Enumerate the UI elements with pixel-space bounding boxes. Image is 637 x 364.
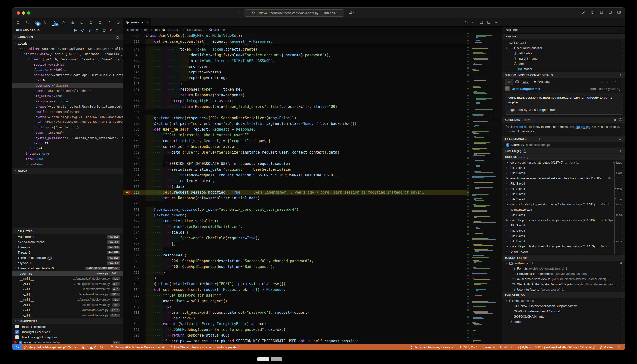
more-actions-icon[interactable]: ⋯: [495, 20, 498, 24]
breakpoint-toggle-row[interactable]: Raised Exceptions: [12, 324, 122, 329]
code-line[interactable]: 584····def set_password(self, request: R…: [123, 287, 502, 292]
explorer-icon[interactable]: [16, 20, 21, 24]
scrollbar[interactable]: [622, 33, 625, 344]
gitlens-icon[interactable]: [98, 20, 102, 24]
gitlens-section-header[interactable]: GITLENS: INSPECT: COMMIT DETAILS ↻: [502, 72, 625, 78]
code-line[interactable]: 550················return Response(data=…: [123, 92, 502, 98]
code-line[interactable]: 571····@extend_schema(: [123, 212, 502, 218]
code-line[interactable]: 549················response["token"] = t…: [123, 86, 502, 92]
command-center[interactable]: ~/dev/authentik/authentik/core/api/users…: [244, 9, 344, 17]
variable-row[interactable]: ›'groups' = <generator object UserSelfSe…: [12, 104, 122, 109]
breakpoints-section-header[interactable]: ∨ BREAKPOINTS: [12, 318, 122, 324]
breakpoint-toggle-row[interactable]: ✓Uncaught Exceptions: [12, 329, 122, 334]
variable-row[interactable]: ›serializer = <authentik.core.api.users.…: [12, 72, 122, 78]
toggle-primary-sidebar-icon[interactable]: [600, 10, 603, 14]
layout-control[interactable]: ∨: [348, 10, 354, 14]
code-line[interactable]: 566············).data: [123, 184, 502, 190]
tools-row[interactable]: ›tools: [502, 319, 625, 324]
todos-folder-row[interactable]: ∨authentik39: [502, 261, 625, 266]
timeline-item[interactable]: ○File Saved: [502, 233, 625, 238]
variable-row[interactable]: ∨Locals: [12, 41, 122, 46]
variable-row[interactable]: instance = None: [12, 151, 122, 156]
variable-row[interactable]: 'pk' = 6: [12, 78, 122, 83]
code-line[interactable]: 593········if user.pk == request.user.pk…: [123, 338, 502, 344]
checkbox[interactable]: ✓: [18, 341, 22, 344]
git-branch[interactable]: lifecycle/fix-debugger-setup*: [22, 346, 73, 349]
breadcrumb-item[interactable]: user_me: [208, 28, 225, 32]
eol[interactable]: LF: [509, 346, 516, 349]
disconnect-icon[interactable]: [110, 28, 113, 32]
code-line[interactable]: 547····················expiring=expiring…: [123, 75, 502, 81]
code-line[interactable]: 570····@permission_required(obj_perm="au…: [123, 207, 502, 212]
code-line[interactable]: 574············fields={: [123, 230, 502, 235]
thread-row[interactable]: ›ThreadPoolExecutor-0_0PAUSED: [12, 255, 122, 260]
ports[interactable]: 0: [98, 346, 108, 349]
outline-section-header[interactable]: OUTLINE: [502, 33, 625, 39]
gear-icon[interactable]: [619, 118, 622, 122]
code-line[interactable]: 541················response["group_pk"] …: [123, 44, 502, 46]
more-icon[interactable]: ⋯: [116, 28, 120, 32]
python-interpreter[interactable]: 3.12.8 ('authentik-xEAhpGPh-py3.12': Poe…: [533, 346, 597, 349]
profile-monitoring-system[interactable]: monitoring-system: [213, 346, 241, 349]
todo-file-row[interactable]: ›TSHorizontalFormElement.ts(web/src/elem…: [502, 271, 625, 276]
extensions-icon[interactable]: [70, 20, 75, 24]
variables-section-header[interactable]: ∨ VARIABLES: [12, 34, 122, 40]
close-tab-icon[interactable]: ×: [146, 20, 148, 24]
variable-row[interactable]: ›special variables: [12, 62, 122, 67]
code-line[interactable]: 542················token: Token = Token.…: [123, 46, 502, 52]
problems[interactable]: 00: [80, 346, 98, 349]
breakpoint-toggle-row[interactable]: User Uncaught Exceptions: [12, 334, 122, 340]
checkbox[interactable]: ✓: [15, 330, 19, 334]
timeline-item[interactable]: ○File Saved4 mos: [502, 238, 625, 244]
variable-row[interactable]: 'username' = 'akadmin': [12, 83, 122, 88]
variable-row[interactable]: len() = 1: [12, 146, 122, 151]
breadcrumb-item[interactable]: users.py: [162, 28, 178, 32]
thread-row[interactable]: ›Thread-7PAUSED: [12, 244, 122, 250]
variable-row[interactable]: ›'settings' = {'locale': ''}: [12, 125, 122, 130]
code-line[interactable]: 556····def user_me(self, request: Reques…: [123, 126, 502, 132]
compare-changes-icon[interactable]: [472, 20, 475, 24]
remote-indicator[interactable]: [12, 344, 22, 350]
compare-icon[interactable]: [613, 80, 616, 84]
remote-explorer-icon[interactable]: [44, 20, 48, 24]
code-line[interactable]: 576············},: [123, 241, 502, 247]
timeline-item[interactable]: ○Workspace Edit: [502, 207, 625, 212]
accounts-icon[interactable]: [582, 10, 586, 14]
code-line[interactable]: 587········try:: [123, 304, 502, 310]
thread-row[interactable]: ›asyncio_0PAUSED: [12, 260, 122, 266]
code-editor[interactable]: 424class UserViewSet(UsedByMixin, ModelV…: [123, 33, 502, 344]
breadcrumb-item[interactable]: authentik: [127, 28, 139, 32]
code-line[interactable]: 557········"""Get information about curr…: [123, 132, 502, 138]
stack-frame-row[interactable]: __call__.../root/middleware.py275:1: [12, 308, 122, 313]
commit-graph-icon[interactable]: [515, 80, 519, 84]
pull-requests-icon[interactable]: [89, 20, 93, 24]
timeline-item[interactable]: ○File Saved2 wks: [502, 186, 625, 192]
autolinks-link[interactable]: autolinks: [516, 125, 528, 128]
code-line[interactable]: 561········): [123, 155, 502, 161]
author-name[interactable]: Jens Langhammer: [512, 87, 540, 90]
env-folder-row[interactable]: ∨envauthentik: [502, 298, 625, 304]
jira-issues-link[interactable]: Jira issues: [575, 125, 589, 129]
code-line[interactable]: 585········"""Set password for user""": [123, 292, 502, 298]
variable-row[interactable]: 'name' = 'authentik Default Admin': [12, 88, 122, 93]
checkbox[interactable]: [15, 325, 19, 328]
timeline-item[interactable]: ○File Saved: [502, 165, 625, 170]
stack-frame-row[interactable]: __call__.../core/middleware.py48:1: [12, 286, 122, 292]
call-stack-section-header[interactable]: ∨ CALL STACK: [12, 228, 122, 234]
live-share-icon[interactable]: [107, 20, 111, 24]
toggle-panel-icon[interactable]: [608, 10, 612, 14]
code-line[interactable]: 589············user.save(): [123, 315, 502, 321]
outline-item-attributes[interactable]: [@]attributes: [502, 50, 625, 56]
copy-value-icon[interactable]: [116, 36, 120, 39]
live-share[interactable]: Live Share: [167, 346, 190, 349]
breadcrumb-item[interactable]: api: [154, 28, 158, 32]
timeline-item[interactable]: ○File Saved1 wk: [502, 170, 625, 176]
stack-frame-row[interactable]: __call__.../core/middleware.py71:1: [12, 302, 122, 308]
code-line[interactable]: 573············name="UserPasswordSetSeri…: [123, 224, 502, 230]
code-line[interactable]: 565················context=context,: [123, 178, 502, 184]
variable-row[interactable]: ›'system_permissions' = ['access_admin_i…: [12, 135, 122, 140]
outline-item-logger[interactable]: LOGGER: [502, 40, 625, 45]
code-line[interactable]: 548················): [123, 81, 502, 86]
timeline-item[interactable]: core: fix permission check for scoped im…: [502, 218, 625, 223]
outline-item-usergroupserializer[interactable]: ∨UserGroupSerializer: [502, 45, 625, 50]
